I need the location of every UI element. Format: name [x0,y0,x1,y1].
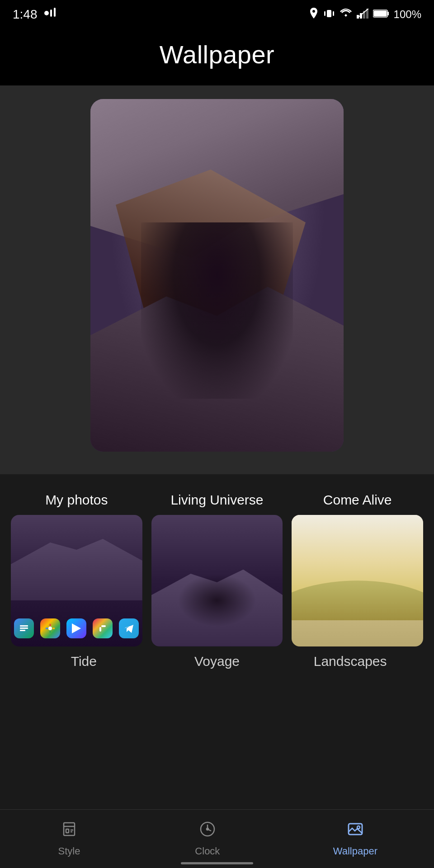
svg-point-34 [357,826,360,829]
status-bar: 1:48 [0,0,434,27]
nav-clock-label: Clock [195,845,220,857]
svg-rect-2 [54,8,56,17]
telegram-app-icon [119,618,139,638]
svg-rect-13 [373,10,387,16]
page-title: Wallpaper [0,40,434,69]
categories-section: My photos [0,474,434,669]
category-my-photos[interactable]: My photos [11,492,142,646]
nav-wallpaper-label: Wallpaper [333,845,377,857]
status-left: 1:48 [13,7,57,22]
category-come-alive[interactable]: Come Alive [292,492,423,646]
svg-rect-5 [333,11,334,16]
lu-shadow [178,574,256,627]
svg-rect-22 [99,627,101,632]
category-my-photos-thumb[interactable] [11,515,142,646]
svg-rect-1 [50,9,52,17]
nav-style-label: Style [58,845,80,857]
fi-icon [44,8,57,21]
battery-percent: 100% [394,8,421,21]
nav-wallpaper[interactable]: Wallpaper [333,816,377,857]
slack-app-icon [93,618,113,638]
svg-rect-12 [387,12,389,15]
clock-icon [195,816,220,842]
news-app-icon [14,618,34,638]
svg-rect-26 [66,829,69,833]
wallpaper-nav-icon [343,816,368,842]
nav-clock[interactable]: Clock [195,816,220,857]
svg-rect-14 [20,625,28,627]
wifi-icon [340,9,352,21]
location-icon [309,8,319,22]
navigation-bar: Style Clock Wallpaper [0,809,434,868]
categories-grid: My photos [11,492,423,646]
photos-app-icon [40,618,60,638]
page-header: Wallpaper [0,27,434,85]
vibrate-icon [323,8,335,21]
playstore-app-icon [66,618,86,638]
my-photos-rock [11,528,142,600]
home-indicator [181,862,253,864]
app-icons-row [11,618,142,638]
svg-point-0 [44,11,49,15]
svg-point-17 [48,627,52,630]
nav-style[interactable]: Style [57,816,82,857]
svg-rect-3 [327,10,331,17]
main-preview-section [0,85,434,474]
category-living-universe-title: Living Universe [170,492,263,508]
my-photos-background [11,515,142,646]
category-come-alive-thumb[interactable] [292,515,423,646]
category-living-universe[interactable]: Living Universe [151,492,283,646]
bottom-labels-row: Tide Voyage Landscapes [11,646,423,669]
main-wallpaper-preview[interactable] [90,99,344,452]
bottom-label-landscapes[interactable]: Landscapes [288,654,412,669]
category-living-universe-thumb[interactable] [151,515,283,646]
status-time: 1:48 [13,7,38,22]
status-right: 100% [309,8,421,22]
bottom-label-voyage[interactable]: Voyage [155,654,279,669]
svg-rect-15 [20,627,28,629]
battery-icon [373,9,389,20]
category-my-photos-title: My photos [45,492,108,508]
category-come-alive-title: Come Alive [323,492,392,508]
style-icon [57,816,82,842]
svg-rect-4 [324,11,326,16]
come-alive-background [292,515,423,646]
bottom-label-tide[interactable]: Tide [22,654,146,669]
rock-shadow [141,222,293,399]
living-universe-background [151,515,283,646]
svg-rect-23 [101,625,106,627]
svg-rect-16 [20,630,25,631]
signal-icon [357,9,368,21]
svg-point-32 [207,828,208,830]
wallpaper-image [90,99,344,452]
